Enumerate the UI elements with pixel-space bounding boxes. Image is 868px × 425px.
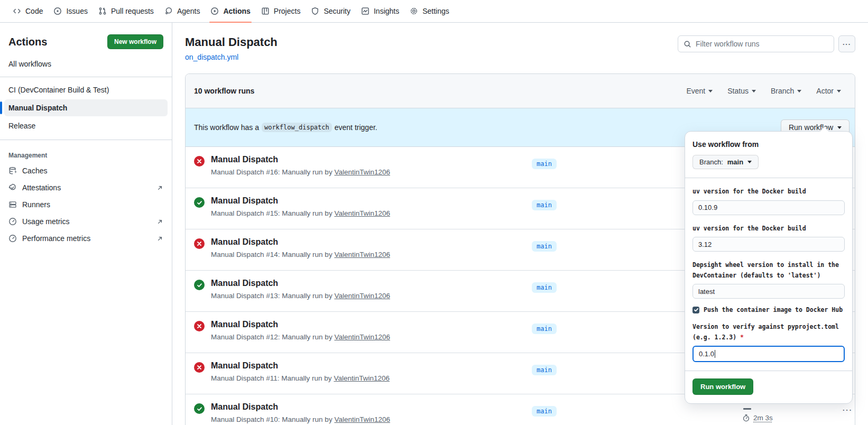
- page-title: Manual Dispatch: [185, 35, 278, 49]
- wheel-version-input[interactable]: latest: [692, 284, 845, 299]
- search-input[interactable]: [696, 40, 828, 48]
- required-asterisk: *: [740, 334, 744, 341]
- meter-icon: [8, 217, 17, 226]
- run-status-icon: [194, 280, 205, 290]
- sidebar-item-runners[interactable]: Runners: [0, 196, 172, 213]
- search-icon: [684, 40, 691, 48]
- sidebar-title: Actions: [8, 36, 47, 48]
- panel-divider: [685, 178, 852, 178]
- sidebar-item-caches[interactable]: Caches: [0, 162, 172, 179]
- sidebar-item-ci-devcontainer[interactable]: CI (DevContainer Build & Test): [4, 81, 168, 98]
- run-title-link[interactable]: Manual Dispatch: [211, 361, 532, 371]
- branch-badge[interactable]: main: [532, 365, 557, 375]
- tab-settings[interactable]: Settings: [404, 0, 455, 22]
- actions-icon: [210, 7, 219, 15]
- tab-label: Settings: [422, 7, 449, 15]
- uv-version-input[interactable]: 0.10.9: [692, 200, 845, 215]
- branch-badge[interactable]: main: [532, 282, 557, 293]
- run-title-link[interactable]: Manual Dispatch: [211, 237, 532, 247]
- run-status-icon: [194, 403, 205, 414]
- repo-nav: Code Issues Pull requests Agents Actions…: [0, 0, 868, 23]
- chevron-down-icon: [752, 90, 756, 93]
- run-title-link[interactable]: Manual Dispatch: [211, 155, 532, 164]
- graph-icon: [361, 7, 370, 15]
- branch-badge[interactable]: main: [532, 406, 557, 417]
- checkbox-checked-icon[interactable]: [692, 307, 699, 313]
- run-title-link[interactable]: Manual Dispatch: [211, 402, 532, 412]
- run-title-link[interactable]: Manual Dispatch: [211, 196, 532, 206]
- run-description: Manual Dispatch #15: Manually run by Val…: [211, 209, 532, 217]
- stopwatch-icon: [742, 414, 750, 422]
- tab-projects[interactable]: Projects: [256, 0, 306, 22]
- external-link-icon: [156, 235, 163, 242]
- actor-link[interactable]: ValentinTwin1206: [334, 374, 390, 382]
- sidebar-item-manual-dispatch[interactable]: Manual Dispatch: [4, 99, 168, 116]
- actor-link[interactable]: ValentinTwin1206: [334, 209, 390, 217]
- tab-agents[interactable]: Agents: [159, 0, 206, 22]
- filter-status[interactable]: Status: [722, 84, 761, 98]
- projects-icon: [261, 7, 270, 15]
- run-status-icon: [194, 197, 205, 208]
- tab-pull-requests[interactable]: Pull requests: [93, 0, 159, 22]
- push-image-checkbox-row[interactable]: Push the container image to Docker Hub: [692, 306, 845, 313]
- tab-issues[interactable]: Issues: [48, 0, 93, 22]
- sidebar-item-label: Usage metrics: [22, 217, 69, 226]
- actor-link[interactable]: ValentinTwin1206: [334, 168, 390, 176]
- occluded-commit-icon: [743, 408, 751, 410]
- filter-event[interactable]: Event: [681, 84, 718, 98]
- tab-label: Security: [324, 7, 350, 15]
- run-title-link[interactable]: Manual Dispatch: [211, 279, 532, 288]
- actor-link[interactable]: ValentinTwin1206: [334, 292, 390, 300]
- field-label-uv-version-2: uv version for the Docker build: [692, 224, 845, 234]
- workflow-options-button[interactable]: ···: [838, 35, 855, 52]
- actor-link[interactable]: ValentinTwin1206: [334, 251, 390, 258]
- branch-badge[interactable]: main: [532, 241, 557, 252]
- run-workflow-submit-button[interactable]: Run workflow: [692, 378, 753, 395]
- branch-select-button[interactable]: Branch:main: [692, 155, 759, 169]
- tab-security[interactable]: Security: [306, 0, 356, 22]
- sidebar-item-attestations[interactable]: Attestations: [0, 179, 172, 196]
- filter-branch[interactable]: Branch: [765, 84, 807, 98]
- run-duration: 2m 3s: [742, 414, 773, 422]
- run-description: Manual Dispatch #10: Manually run by Val…: [211, 415, 532, 423]
- management-header: Management: [0, 144, 172, 162]
- chevron-down-icon: [708, 90, 713, 93]
- run-status-icon: [194, 156, 205, 167]
- tab-actions[interactable]: Actions: [205, 0, 255, 22]
- sidebar-item-usage-metrics[interactable]: Usage metrics: [0, 213, 172, 230]
- field-label-uv-version: uv version for the Docker build: [692, 187, 845, 197]
- tab-code[interactable]: Code: [7, 0, 48, 22]
- python-version-input[interactable]: 3.12: [692, 237, 845, 252]
- tab-label: Insights: [374, 7, 399, 15]
- sidebar-item-release[interactable]: Release: [4, 117, 168, 134]
- actor-link[interactable]: ValentinTwin1206: [334, 415, 390, 423]
- filter-actor[interactable]: Actor: [811, 84, 846, 98]
- actions-sidebar: Actions New workflow All workflows CI (D…: [0, 23, 172, 425]
- field-label-depsight-wheel: Depsight wheel version to install in the…: [692, 260, 845, 281]
- run-title-link[interactable]: Manual Dispatch: [211, 320, 532, 329]
- tab-insights[interactable]: Insights: [356, 0, 404, 22]
- chevron-down-icon: [837, 126, 842, 129]
- actor-link[interactable]: ValentinTwin1206: [334, 333, 390, 341]
- new-workflow-button[interactable]: New workflow: [107, 34, 163, 49]
- checkbox-label: Push the container image to Docker Hub: [704, 306, 843, 313]
- database-icon: [8, 167, 17, 175]
- chevron-down-icon: [837, 90, 841, 93]
- server-icon: [8, 200, 17, 209]
- run-description: Manual Dispatch #12: Manually run by Val…: [211, 333, 532, 341]
- workflow-file-link[interactable]: on_dispatch.yml: [185, 53, 278, 61]
- branch-badge[interactable]: main: [532, 324, 557, 334]
- branch-badge[interactable]: main: [532, 159, 557, 169]
- all-workflows-link[interactable]: All workflows: [0, 57, 172, 76]
- workflow-main: Manual Dispatch on_dispatch.yml ··· 10 w…: [172, 23, 868, 425]
- sidebar-item-performance-metrics[interactable]: Performance metrics: [0, 230, 172, 247]
- filter-runs-search[interactable]: [678, 35, 834, 52]
- version-verify-input[interactable]: 0.1.0: [692, 346, 845, 362]
- banner-text: This workflow has a: [194, 123, 259, 132]
- banner-text: event trigger.: [335, 123, 377, 132]
- branch-badge[interactable]: main: [532, 200, 557, 210]
- runs-count: 10 workflow runs: [194, 87, 254, 95]
- run-options-button[interactable]: ···: [843, 406, 853, 414]
- tab-label: Actions: [223, 7, 250, 15]
- run-description: Manual Dispatch #16: Manually run by Val…: [211, 168, 532, 176]
